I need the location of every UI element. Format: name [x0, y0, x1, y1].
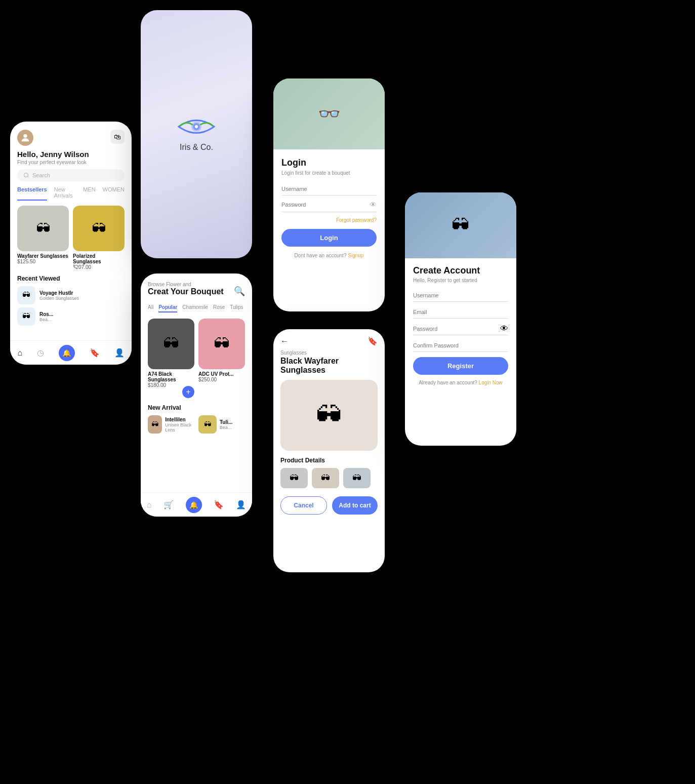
recent-sub-1: Golden Sunglasses — [39, 296, 79, 301]
recent-name-2: Ros... — [39, 311, 53, 317]
product-category: Sunglasses — [280, 350, 378, 356]
product-wayfarer[interactable]: 🕶 Wayfarer Sunglasses $125.50 — [17, 206, 69, 270]
password-input[interactable] — [281, 202, 370, 208]
tab-new-arrivals[interactable]: New Arrivals — [54, 186, 76, 201]
product-wayfarer-name: Wayfarer Sunglasses — [17, 253, 69, 259]
register-password-input[interactable] — [413, 323, 500, 335]
username-input[interactable] — [281, 183, 377, 195]
filter-popular[interactable]: Popular — [158, 304, 177, 312]
register-username-input[interactable] — [413, 289, 508, 302]
home-nav: ⌂ ◷ 🔔 🔖 👤 — [10, 340, 132, 365]
filter-tulips[interactable]: Tulips — [230, 304, 243, 312]
product-thumb-1[interactable]: 🕶 — [280, 468, 308, 488]
register-product-image: 🕶 — [405, 192, 516, 258]
browse-nav-user[interactable]: 👤 — [236, 500, 246, 509]
screen-splash: Iris & Co. — [141, 10, 252, 258]
filter-chamomile[interactable]: Chamomile — [182, 304, 208, 312]
products-row: 🕶 Wayfarer Sunglasses $125.50 🕶 Polarize… — [10, 206, 132, 270]
browse-grid: 🕶 A74 Black Sunglasses $180.00 + 🕶 ADC U… — [141, 319, 252, 398]
browse-nav-shop[interactable]: 🛒 — [163, 500, 174, 509]
signup-text: Dont have an account? Signup — [281, 253, 377, 258]
browse-nav-bell[interactable]: 🔔 — [186, 497, 202, 513]
recent-thumb-2: 🕶 — [17, 307, 35, 326]
product-details-title: Product Details — [280, 457, 378, 464]
search-icon[interactable]: 🔍 — [234, 286, 245, 297]
cancel-button[interactable]: Cancel — [280, 496, 327, 515]
tab-men[interactable]: MEN — [83, 186, 95, 201]
browse-subtitle: Browse Flower and — [148, 282, 224, 287]
register-subtitle: Hello, Register to get started — [413, 278, 508, 283]
browse-item-name-1: A74 Black Sunglasses — [148, 371, 194, 382]
nav-home-icon[interactable]: ⌂ — [17, 348, 22, 358]
greeting-text: Hello, Jenny Wilson — [17, 150, 125, 159]
recent-item-1[interactable]: 🕶 Voyage Hustlr Golden Sunglasses — [17, 286, 125, 304]
na-name-1: Intellilen — [165, 417, 194, 422]
login-product-image: 👓 — [273, 79, 385, 149]
svg-point-4 — [195, 125, 198, 128]
na-item-1[interactable]: 🕶 Intellilen Unisex Black Lens — [148, 415, 194, 434]
signup-link[interactable]: Signup — [348, 253, 363, 258]
register-password-row: 👁 — [413, 323, 508, 335]
product-thumb-2[interactable]: 🕶 — [312, 468, 339, 488]
na-item-2[interactable]: 🕶 Tuli... Bea... — [198, 415, 245, 434]
product-actions: Cancel Add to cart — [273, 496, 385, 515]
recent-thumb-1: 🕶 — [17, 286, 35, 304]
bookmark-button[interactable]: 🔖 — [367, 336, 378, 346]
login-button[interactable]: Login — [281, 229, 377, 247]
new-arrival-section: New Arrival 🕶 Intellilen Unisex Black Le… — [141, 404, 252, 434]
tab-bestsellers[interactable]: Bestsellers — [17, 186, 47, 201]
forgot-password-link[interactable]: Forgot password? — [281, 217, 377, 223]
browse-item-1[interactable]: 🕶 A74 Black Sunglasses $180.00 + — [148, 319, 194, 398]
browse-img-2: 🕶 — [198, 319, 245, 369]
product-polarized[interactable]: 🕶 Polarized Sunglasses $207.00 — [73, 206, 125, 270]
product-thumb-3[interactable]: 🕶 — [343, 468, 371, 488]
browse-item-2[interactable]: 🕶 ADC UV Prot... $250.00 — [198, 319, 245, 398]
product-title: Black Wayfarer Sunglasses — [280, 357, 378, 375]
login-now-link[interactable]: Login Now — [479, 380, 503, 385]
svg-point-1 — [24, 173, 28, 177]
nav-clock-icon[interactable]: ◷ — [37, 348, 44, 358]
login-title: Login — [281, 158, 377, 168]
product-wayfarer-img: 🕶 — [17, 206, 69, 251]
logo-eye — [176, 116, 217, 137]
nav-bell-icon[interactable]: 🔔 — [59, 345, 75, 361]
screen-product: ← 🔖 Sunglasses Black Wayfarer Sunglasses… — [273, 329, 385, 572]
browse-nav: ⌂ 🛒 🔔 🔖 👤 — [141, 492, 252, 517]
password-row: 👁 — [281, 201, 377, 212]
login-subtitle: Login first for create a bouquet — [281, 170, 377, 176]
register-confirm-input[interactable] — [413, 339, 508, 352]
na-thumb-2: 🕶 — [198, 415, 217, 434]
register-email-input[interactable] — [413, 306, 508, 319]
filter-tabs: All Popular Chamomile Rose Tulips — [141, 304, 252, 312]
recent-list: 🕶 Voyage Hustlr Golden Sunglasses 🕶 Ros.… — [10, 286, 132, 326]
na-name-2: Tuli... — [220, 419, 232, 425]
add-btn-1[interactable]: + — [182, 386, 194, 398]
recent-item-2[interactable]: 🕶 Ros... Bea... — [17, 307, 125, 326]
browse-nav-home[interactable]: ⌂ — [147, 500, 152, 509]
register-eye-icon[interactable]: 👁 — [500, 324, 508, 333]
product-main-image: 🕶 — [280, 380, 378, 451]
have-account-text: Already have an account? — [419, 380, 477, 385]
filter-rose[interactable]: Rose — [213, 304, 225, 312]
search-bar[interactable]: Search — [17, 169, 125, 181]
nav-user-icon[interactable]: 👤 — [114, 348, 125, 358]
filter-all[interactable]: All — [148, 304, 153, 312]
browse-img-1: 🕶 — [148, 319, 194, 369]
recent-sub-2: Bea... — [39, 317, 53, 322]
new-arrival-list: 🕶 Intellilen Unisex Black Lens 🕶 Tuli...… — [148, 415, 245, 434]
screen-browse: Browse Flower and Creat Your Bouquet 🔍 A… — [141, 273, 252, 517]
tab-women[interactable]: WOMEN — [103, 186, 125, 201]
browse-item-price-2: $250.00 — [198, 377, 245, 382]
eye-icon[interactable]: 👁 — [370, 201, 377, 209]
add-to-cart-button[interactable]: Add to cart — [332, 496, 378, 515]
recent-title: Recent Viewed — [17, 275, 125, 282]
screen-register: 🕶 Create Account Hello, Register to get … — [405, 192, 516, 446]
login-now-text: Already have an account? Login Now — [413, 380, 508, 385]
browse-nav-bookmark[interactable]: 🔖 — [214, 500, 224, 509]
na-thumb-1: 🕶 — [148, 415, 162, 434]
recent-name-1: Voyage Hustlr — [39, 290, 79, 296]
nav-bookmark-icon[interactable]: 🔖 — [90, 348, 100, 358]
register-button[interactable]: Register — [413, 357, 508, 375]
back-button[interactable]: ← — [280, 337, 289, 346]
cart-icon[interactable]: 🛍 — [110, 130, 125, 144]
